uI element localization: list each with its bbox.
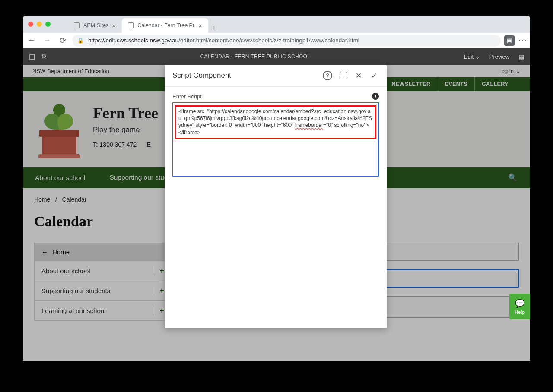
nav-gallery[interactable]: GALLERY <box>475 77 515 91</box>
nav-events[interactable]: EVENTS <box>438 77 475 91</box>
sidebar-item-about[interactable]: About our school + <box>34 261 171 281</box>
address-bar-row: ← → ⟳ 🔒 https://edit.sws.schools.nsw.gov… <box>23 33 530 48</box>
tab-label: Calendar - Fern Tree Public Sc <box>137 22 195 28</box>
settings-icon[interactable]: ⚙ <box>41 53 47 60</box>
tab-aem-sites[interactable]: AEM Sites × <box>68 18 122 33</box>
department-label: NSW Department of Education <box>32 68 109 74</box>
minimize-window-icon[interactable] <box>37 22 42 27</box>
confirm-icon[interactable]: ✓ <box>369 71 379 80</box>
fullscreen-icon[interactable]: ⛶ <box>338 71 348 80</box>
page-icon <box>128 22 134 28</box>
script-input[interactable]: <iframe src="https://calendar.google.com… <box>172 102 379 177</box>
tab-label: AEM Sites <box>83 22 108 28</box>
close-icon[interactable]: ✕ <box>354 71 363 80</box>
page-icon <box>74 22 80 28</box>
login-link[interactable]: Log in ⌄ <box>499 68 521 74</box>
sidebar-nav: ← Home About our school + Supporting our… <box>34 243 171 321</box>
school-name: Fern Tree <box>93 104 158 122</box>
page-properties-icon[interactable]: ▤ <box>519 54 524 60</box>
side-panel-icon[interactable]: ◫ <box>29 53 35 60</box>
edit-mode-dropdown[interactable]: Edit ⌄ <box>464 54 480 60</box>
chat-icon: 💬 <box>515 299 524 308</box>
tab-calendar[interactable]: Calendar - Fern Tree Public Sc × <box>122 18 208 33</box>
back-button[interactable]: ← <box>25 35 38 47</box>
page-title-toolbar: CALENDAR - FERN TREE PUBLIC SCHOOL <box>47 54 464 60</box>
browser-window: AEM Sites × Calendar - Fern Tree Public … <box>23 16 530 361</box>
arrow-left-icon: ← <box>41 248 48 256</box>
reload-button[interactable]: ⟳ <box>57 35 69 47</box>
search-icon[interactable]: 🔍 <box>495 167 530 188</box>
close-icon[interactable]: × <box>112 22 116 29</box>
tagline: Play the game <box>93 126 158 134</box>
traffic-lights <box>28 22 51 27</box>
browser-tabs: AEM Sites × Calendar - Fern Tree Public … <box>68 16 216 33</box>
maximize-window-icon[interactable] <box>45 22 51 27</box>
field-label: Enter Script <box>172 93 202 100</box>
preview-button[interactable]: Preview <box>489 54 509 60</box>
browser-menu-icon[interactable]: ⋮ <box>518 37 528 44</box>
close-icon[interactable]: × <box>198 22 202 29</box>
lock-icon: 🔒 <box>77 38 84 44</box>
forward-button[interactable]: → <box>41 35 53 47</box>
sidebar-home[interactable]: ← Home <box>34 243 171 261</box>
url-input[interactable]: 🔒 https://edit.sws.schools.nsw.gov.au/ed… <box>72 35 501 47</box>
url-text: https://edit.sws.schools.nsw.gov.au/edit… <box>88 37 359 44</box>
nav-newsletter[interactable]: NEWSLETTER <box>385 77 438 91</box>
info-icon[interactable]: i <box>372 93 379 100</box>
help-tab[interactable]: 💬 Help <box>509 294 530 319</box>
extension-icon[interactable]: ▣ <box>504 35 515 46</box>
breadcrumb-current: Calendar <box>62 196 87 203</box>
chevron-down-icon: ⌄ <box>475 54 480 60</box>
sidebar-item-learning[interactable]: Learning at our school + <box>34 301 171 321</box>
nav-about[interactable]: About our school <box>23 168 97 188</box>
highlight-box: <iframe src="https://calendar.google.com… <box>175 105 376 139</box>
window-titlebar: AEM Sites × Calendar - Fern Tree Public … <box>23 16 530 33</box>
close-window-icon[interactable] <box>28 22 33 27</box>
help-icon[interactable]: ? <box>323 71 332 80</box>
dialog-header: Script Component ? ⛶ ✕ ✓ <box>165 65 387 87</box>
sidebar-item-supporting[interactable]: Supporting our students + <box>34 281 171 301</box>
breadcrumb-home[interactable]: Home <box>34 196 50 203</box>
new-tab-button[interactable]: + <box>212 24 216 33</box>
dialog-title: Script Component <box>172 71 317 80</box>
contact-phone: T: 1300 307 472 E <box>93 141 158 148</box>
school-logo <box>38 104 81 156</box>
script-component-dialog: Script Component ? ⛶ ✕ ✓ Enter Script i … <box>165 65 387 328</box>
chevron-down-icon: ⌄ <box>516 68 521 74</box>
aem-toolbar: ◫ ⚙ CALENDAR - FERN TREE PUBLIC SCHOOL E… <box>23 48 530 65</box>
